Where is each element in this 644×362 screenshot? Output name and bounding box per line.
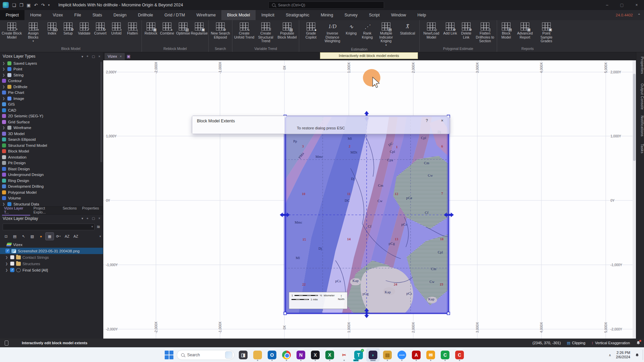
- ribbon-button[interactable]: ⠿Create Structural Trend▾: [255, 21, 276, 43]
- toolbar-button[interactable]: ⟳▾: [54, 233, 62, 240]
- ribbon-button[interactable]: ▧Optimise▾: [175, 21, 191, 36]
- ribbon-button[interactable]: ↻Convert▾: [93, 21, 108, 36]
- layer-type-item[interactable]: ❯ Underground Design: [0, 172, 103, 178]
- menu-tab[interactable]: Stratigraphic: [280, 10, 315, 20]
- ribbon-button[interactable]: 1/DInverse Distance Weighting▾: [322, 21, 343, 43]
- scrollbar-thumb[interactable]: [100, 62, 102, 162]
- toolbar-button[interactable]: ▤▾: [11, 233, 19, 240]
- ribbon-button[interactable]: ▦Reblock▾: [143, 21, 159, 36]
- layer-filter-input[interactable]: ▾: [3, 224, 95, 230]
- toolbar-button[interactable]: AZ▾: [63, 233, 71, 240]
- expand-arrow-icon[interactable]: ❯: [5, 268, 8, 272]
- ribbon-button[interactable]: ▦Advanced Report▾: [515, 21, 535, 39]
- ribbon-button[interactable]: ⊗Delete Link▾: [459, 21, 474, 39]
- taskbar-app-icon[interactable]: ◨ ✓: [236, 348, 250, 362]
- ribbon-button[interactable]: ▤Multiple Indicator Kriging▾: [376, 21, 396, 46]
- layer-type-item[interactable]: ❯ Drillhole: [0, 84, 103, 90]
- layer-type-item[interactable]: ❯ Point: [0, 66, 103, 72]
- taskbar-app-icon[interactable]: T NEW ✓: [352, 348, 365, 362]
- ribbon-button[interactable]: ▯Flatten Drillholes to Section▾: [475, 21, 495, 43]
- ribbon-button[interactable]: ⊛New Search Ellipsoid▾: [210, 21, 231, 39]
- visibility-checkbox[interactable]: [10, 268, 14, 272]
- ribbon-button[interactable]: ∿Create Unfold Trend▾: [234, 21, 255, 39]
- visibility-checkbox[interactable]: [10, 255, 14, 259]
- taskbar-app-icon[interactable]: ✉ ✓: [424, 348, 437, 362]
- layer-row[interactable]: ❯ Contact Strings: [0, 254, 103, 260]
- layer-tree-root[interactable]: Vizex: [0, 241, 103, 248]
- show-desktop-button[interactable]: [643, 350, 644, 360]
- toolbar-button[interactable]: ▧▾: [28, 233, 36, 240]
- expand-arrow-icon[interactable]: ❯: [2, 126, 5, 129]
- menu-tab[interactable]: Block Model: [221, 10, 256, 20]
- layer-type-item[interactable]: ❯ Polygonal Model: [0, 189, 103, 195]
- menu-tab[interactable]: Help: [412, 10, 432, 20]
- toolbar-overflow-icon[interactable]: ▾: [99, 235, 101, 238]
- taskbar-app-icon[interactable]: O ✓: [265, 348, 279, 362]
- menu-tab[interactable]: Mining: [315, 10, 339, 20]
- layer-type-item[interactable]: ❯ 2D Seismic (SEG-Y): [0, 113, 103, 119]
- layer-type-item[interactable]: ❯ Saved Layers: [0, 60, 103, 66]
- dock-tab[interactable]: Tasks: [636, 144, 644, 154]
- undo-icon[interactable]: ↶: [34, 3, 38, 8]
- layer-type-item[interactable]: ❯ Image: [0, 96, 103, 102]
- menu-tab[interactable]: Project: [0, 10, 24, 20]
- dialog-close-button[interactable]: ×: [441, 118, 443, 123]
- ribbon-button[interactable]: ◇New/Load Model▾: [421, 21, 442, 39]
- close-tab-icon[interactable]: ×: [120, 55, 122, 58]
- tray-bell-icon[interactable]: [635, 353, 639, 357]
- expand-arrow-icon[interactable]: ❯: [2, 97, 5, 100]
- ribbon-button[interactable]: ▨Populate Block Model▾: [277, 21, 298, 39]
- dock-tab[interactable]: Output Console: [636, 83, 644, 110]
- vertical-exaggeration-toggle[interactable]: ↕Vertical Exaggeration: [591, 341, 630, 345]
- visibility-checkbox[interactable]: [5, 249, 10, 253]
- dialog-help-button[interactable]: ?: [426, 118, 428, 123]
- menu-tab[interactable]: Window: [385, 10, 412, 20]
- document-tab-vizex[interactable]: Vizex ×: [105, 53, 125, 60]
- taskbar-app-icon[interactable]: ✂ ✓: [337, 348, 351, 362]
- layer-type-item[interactable]: ❯ Blast Design: [0, 166, 103, 172]
- layer-type-item[interactable]: ❯ Grid Surface: [0, 119, 103, 125]
- command-search-box[interactable]: Search (Ctrl+Q): [268, 1, 384, 9]
- start-button[interactable]: [163, 349, 175, 361]
- taskbar-app-icon[interactable]: ▤ ✓: [381, 348, 394, 362]
- tray-overflow-icon[interactable]: ∧: [609, 353, 611, 357]
- ribbon-button[interactable]: ✓Validate▾: [76, 21, 92, 36]
- ribbon-button[interactable]: ∿Kriging▾: [343, 21, 359, 36]
- menu-tab[interactable]: Design: [108, 10, 132, 20]
- vertical-scrollbar[interactable]: [633, 60, 636, 339]
- menu-tab[interactable]: Vizex: [47, 10, 68, 20]
- menu-tab[interactable]: Implicit: [256, 10, 280, 20]
- menu-tab[interactable]: Grid / DTM: [159, 10, 191, 20]
- layer-type-item[interactable]: ❯ Wireframe: [0, 125, 103, 131]
- block-model-extents-selection[interactable]: PpPMaMmcMlMDtDCCplCpaCplDjCmCwDjCmDCCwpC…: [285, 116, 448, 313]
- ribbon-button[interactable]: ▤Block Model▾: [498, 21, 514, 39]
- layer-type-item[interactable]: ❯ Pit Design: [0, 160, 103, 166]
- ribbon-button[interactable]: ▭Assign Blocks▾: [23, 21, 44, 42]
- taskbar-app-icon[interactable]: ✓: [280, 348, 293, 362]
- taskbar-app-icon[interactable]: A ✓: [410, 348, 423, 362]
- expand-arrow-icon[interactable]: ❯: [5, 262, 8, 265]
- layer-type-item[interactable]: ❯ Annotation: [0, 154, 103, 160]
- toolbar-button[interactable]: AZ▾: [72, 233, 80, 240]
- taskbar-app-icon[interactable]: zoom ✓: [395, 348, 409, 362]
- layer-type-item[interactable]: ❯ Block Model: [0, 148, 103, 155]
- ribbon-button[interactable]: ⚙Setup▾: [60, 21, 76, 36]
- ribbon-button[interactable]: ▣Point Sample Grades▾: [536, 21, 557, 43]
- dock-tab[interactable]: Notifications: [636, 116, 644, 136]
- layer-row[interactable]: ❯ Structures: [0, 260, 103, 267]
- collapse-ribbon-icon[interactable]: ⌃: [638, 13, 641, 17]
- taskbar-search[interactable]: Search: [177, 350, 234, 360]
- float-icon[interactable]: ▢: [92, 217, 95, 220]
- expand-arrow-icon[interactable]: ❯: [2, 202, 5, 206]
- expand-arrow-icon[interactable]: ❯: [2, 85, 5, 88]
- layer-row[interactable]: ❯ Final Solid [All]: [0, 267, 103, 273]
- expand-arrow-icon[interactable]: ❯: [2, 67, 5, 71]
- clipping-toggle[interactable]: ▤Clipping: [567, 341, 585, 345]
- taskbar-app-icon[interactable]: N ✓: [294, 348, 308, 362]
- pin-icon[interactable]: ⌖: [87, 217, 89, 221]
- menu-tab[interactable]: File: [69, 10, 87, 20]
- close-button[interactable]: ×: [629, 0, 644, 10]
- layer-type-item[interactable]: ❯ String: [0, 72, 103, 78]
- taskbar-app-icon[interactable]: ◗ ✓: [366, 348, 380, 362]
- ribbon-button[interactable]: *Create Block Model▾: [1, 21, 22, 39]
